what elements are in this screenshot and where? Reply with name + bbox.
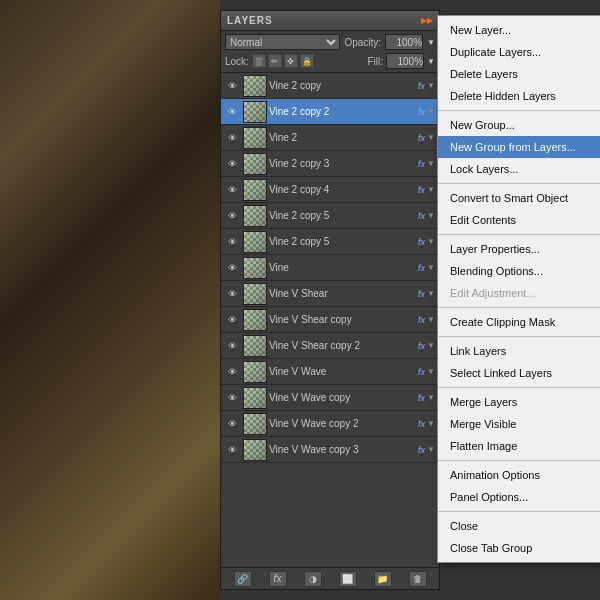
layer-row[interactable]: 👁Vine 2fx▼ bbox=[221, 125, 439, 151]
menu-separator bbox=[438, 183, 600, 184]
layer-row[interactable]: 👁Vine V Shear copy 2fx▼ bbox=[221, 333, 439, 359]
layer-thumbnail bbox=[243, 127, 267, 149]
layer-expand-arrow: ▼ bbox=[427, 107, 435, 116]
context-menu-item[interactable]: Delete Layers bbox=[438, 63, 600, 85]
layer-visibility-eye[interactable]: 👁 bbox=[223, 233, 241, 251]
layer-row[interactable]: 👁Vine V Shear copyfx▼ bbox=[221, 307, 439, 333]
layer-fx-icon: fx bbox=[418, 81, 425, 91]
lock-transparent-btn[interactable]: ▒ bbox=[252, 54, 266, 68]
layer-thumbnail bbox=[243, 361, 267, 383]
layer-row[interactable]: 👁Vine 2 copy 5fx▼ bbox=[221, 203, 439, 229]
layer-thumbnail bbox=[243, 439, 267, 461]
layer-visibility-eye[interactable]: 👁 bbox=[223, 311, 241, 329]
context-menu-item[interactable]: Edit Contents bbox=[438, 209, 600, 231]
panel-menu-arrow[interactable]: ▶▶ bbox=[421, 16, 433, 25]
new-group-btn[interactable]: 📁 bbox=[374, 571, 392, 587]
layer-row[interactable]: 👁Vine V Shearfx▼ bbox=[221, 281, 439, 307]
layer-visibility-eye[interactable]: 👁 bbox=[223, 285, 241, 303]
layer-name-label: Vine V Wave copy 2 bbox=[269, 418, 418, 429]
context-menu-item[interactable]: Panel Options... bbox=[438, 486, 600, 508]
layer-expand-arrow: ▼ bbox=[427, 419, 435, 428]
context-menu-item[interactable]: Flatten Image bbox=[438, 435, 600, 457]
layer-visibility-eye[interactable]: 👁 bbox=[223, 337, 241, 355]
layer-thumbnail bbox=[243, 309, 267, 331]
layer-visibility-eye[interactable]: 👁 bbox=[223, 77, 241, 95]
layer-row[interactable]: 👁Vine V Wave copyfx▼ bbox=[221, 385, 439, 411]
layer-row[interactable]: 👁Vine 2 copy 3fx▼ bbox=[221, 151, 439, 177]
delete-layer-btn[interactable]: 🗑 bbox=[409, 571, 427, 587]
layer-expand-arrow: ▼ bbox=[427, 133, 435, 142]
lock-paint-btn[interactable]: ✏ bbox=[268, 54, 282, 68]
layers-bottom-toolbar: 🔗 fx ◑ ⬜ 📁 🗑 bbox=[221, 567, 439, 589]
layer-row[interactable]: 👁Vine 2 copy 2fx▼ bbox=[221, 99, 439, 125]
layer-row[interactable]: 👁Vine V Wave copy 2fx▼ bbox=[221, 411, 439, 437]
context-menu-item: Edit Adjustment... bbox=[438, 282, 600, 304]
layer-expand-arrow: ▼ bbox=[427, 263, 435, 272]
layers-panel-title: LAYERS bbox=[227, 15, 273, 26]
context-menu-item[interactable]: Lock Layers... bbox=[438, 158, 600, 180]
layer-visibility-eye[interactable]: 👁 bbox=[223, 181, 241, 199]
layer-visibility-eye[interactable]: 👁 bbox=[223, 103, 241, 121]
context-menu-item[interactable]: Create Clipping Mask bbox=[438, 311, 600, 333]
layer-name-label: Vine 2 copy 3 bbox=[269, 158, 418, 169]
layer-name-label: Vine 2 bbox=[269, 132, 418, 143]
layer-visibility-eye[interactable]: 👁 bbox=[223, 415, 241, 433]
layer-visibility-eye[interactable]: 👁 bbox=[223, 389, 241, 407]
layer-row[interactable]: 👁Vine 2 copy 5fx▼ bbox=[221, 229, 439, 255]
context-menu-item[interactable]: Close Tab Group bbox=[438, 537, 600, 559]
context-menu-item[interactable]: Convert to Smart Object bbox=[438, 187, 600, 209]
layer-row[interactable]: 👁Vine 2 copy 4fx▼ bbox=[221, 177, 439, 203]
context-menu-item[interactable]: Close bbox=[438, 515, 600, 537]
layer-mode-row: Normal Opacity: ▼ bbox=[225, 34, 435, 50]
opacity-arrow[interactable]: ▼ bbox=[427, 38, 435, 47]
lock-move-btn[interactable]: ✜ bbox=[284, 54, 298, 68]
layer-fx-icon: fx bbox=[418, 419, 425, 429]
fill-arrow[interactable]: ▼ bbox=[427, 57, 435, 66]
context-menu-item[interactable]: Layer Properties... bbox=[438, 238, 600, 260]
adjustment-btn[interactable]: ◑ bbox=[304, 571, 322, 587]
layer-name-label: Vine V Shear copy bbox=[269, 314, 418, 325]
context-menu-item[interactable]: New Layer... bbox=[438, 19, 600, 41]
layer-row[interactable]: 👁Vine V Wave copy 3fx▼ bbox=[221, 437, 439, 463]
layer-visibility-eye[interactable]: 👁 bbox=[223, 155, 241, 173]
context-menu-item[interactable]: Merge Layers bbox=[438, 391, 600, 413]
menu-separator bbox=[438, 336, 600, 337]
fx-btn[interactable]: fx bbox=[269, 571, 287, 587]
layer-fx-icon: fx bbox=[418, 315, 425, 325]
lock-all-btn[interactable]: 🔒 bbox=[300, 54, 314, 68]
context-menu-item[interactable]: Animation Options bbox=[438, 464, 600, 486]
context-menu-item[interactable]: Blending Options... bbox=[438, 260, 600, 282]
layer-visibility-eye[interactable]: 👁 bbox=[223, 363, 241, 381]
mask-btn[interactable]: ⬜ bbox=[339, 571, 357, 587]
layer-name-label: Vine 2 copy 4 bbox=[269, 184, 418, 195]
layer-row[interactable]: 👁Vinefx▼ bbox=[221, 255, 439, 281]
blend-mode-select[interactable]: Normal bbox=[225, 34, 340, 50]
layer-name-label: Vine 2 copy 2 bbox=[269, 106, 418, 117]
context-menu-item[interactable]: New Group from Layers... bbox=[438, 136, 600, 158]
layer-thumbnail bbox=[243, 413, 267, 435]
fill-input[interactable] bbox=[386, 53, 424, 69]
link-layers-btn[interactable]: 🔗 bbox=[234, 571, 252, 587]
layer-visibility-eye[interactable]: 👁 bbox=[223, 259, 241, 277]
opacity-input[interactable] bbox=[385, 34, 423, 50]
context-menu-item[interactable]: Delete Hidden Layers bbox=[438, 85, 600, 107]
context-menu-item[interactable]: Merge Visible bbox=[438, 413, 600, 435]
context-menu-item[interactable]: New Group... bbox=[438, 114, 600, 136]
layer-visibility-eye[interactable]: 👁 bbox=[223, 207, 241, 225]
layers-panel: LAYERS ▶▶ Normal Opacity: ▼ Lock: ▒ ✏ ✜ … bbox=[220, 10, 440, 590]
opacity-label: Opacity: bbox=[344, 37, 381, 48]
layer-name-label: Vine 2 copy bbox=[269, 80, 418, 91]
layer-visibility-eye[interactable]: 👁 bbox=[223, 129, 241, 147]
layer-thumbnail bbox=[243, 257, 267, 279]
layer-name-label: Vine V Wave copy 3 bbox=[269, 444, 418, 455]
context-menu: New Layer...Duplicate Layers...Delete La… bbox=[437, 15, 600, 563]
fill-label: Fill: bbox=[368, 56, 384, 67]
layer-row[interactable]: 👁Vine V Wavefx▼ bbox=[221, 359, 439, 385]
layer-visibility-eye[interactable]: 👁 bbox=[223, 441, 241, 459]
layer-thumbnail bbox=[243, 101, 267, 123]
layer-row[interactable]: 👁Vine 2 copyfx▼ bbox=[221, 73, 439, 99]
context-menu-item[interactable]: Link Layers bbox=[438, 340, 600, 362]
context-menu-item[interactable]: Select Linked Layers bbox=[438, 362, 600, 384]
context-menu-item[interactable]: Duplicate Layers... bbox=[438, 41, 600, 63]
layer-thumbnail bbox=[243, 283, 267, 305]
